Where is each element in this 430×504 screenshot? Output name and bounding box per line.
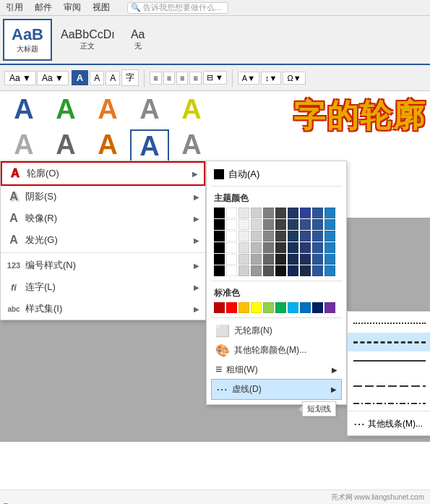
style-normal-preview[interactable]: AaBbCcDı 正文 <box>55 19 121 61</box>
standard-color-swatch[interactable] <box>300 302 311 313</box>
standard-color-swatch[interactable] <box>312 302 323 313</box>
theme-color-swatch[interactable] <box>312 265 323 276</box>
style-outline-a[interactable]: A <box>130 129 169 163</box>
theme-color-swatch[interactable] <box>251 265 262 276</box>
theme-color-swatch[interactable] <box>238 242 249 253</box>
menu-item-reflection[interactable]: A 映像(R) ▶ <box>1 208 205 229</box>
style-lightgray-a[interactable]: A <box>4 129 43 163</box>
theme-color-swatch[interactable] <box>300 208 311 218</box>
theme-color-swatch[interactable] <box>324 254 335 265</box>
theme-color-swatch[interactable] <box>288 265 298 276</box>
style-yellow-a[interactable]: A <box>172 94 211 125</box>
theme-color-swatch[interactable] <box>238 219 249 230</box>
menu-item-glow[interactable]: A 发光(G) ▶ <box>1 229 205 251</box>
style-blue-a[interactable]: A <box>4 94 43 125</box>
standard-color-swatch[interactable] <box>288 302 298 313</box>
theme-color-swatch[interactable] <box>214 242 225 253</box>
style-gray2-a[interactable]: A <box>172 129 211 163</box>
shading-btn[interactable]: A▼ <box>238 72 259 85</box>
theme-color-swatch[interactable] <box>288 242 298 253</box>
style-orange-a[interactable]: A <box>88 94 127 125</box>
text-a-button[interactable]: A <box>90 71 104 85</box>
menu-item-numberstyle[interactable]: 123 编号样式(N) ▶ <box>1 255 205 276</box>
theme-color-swatch[interactable] <box>275 265 286 276</box>
theme-color-swatch[interactable] <box>275 219 286 230</box>
theme-color-swatch[interactable] <box>300 219 311 230</box>
theme-color-swatch[interactable] <box>300 254 311 265</box>
style-none-preview[interactable]: Aa 无 <box>124 19 152 61</box>
standard-color-swatch[interactable] <box>226 302 237 313</box>
theme-color-swatch[interactable] <box>300 231 311 242</box>
menu-view[interactable]: 视图 <box>93 1 110 14</box>
style-darkgray-a[interactable]: A <box>46 129 85 163</box>
theme-color-swatch[interactable] <box>300 265 311 276</box>
standard-color-swatch[interactable] <box>275 302 286 313</box>
theme-color-swatch[interactable] <box>275 231 286 242</box>
bold-font-button[interactable]: A <box>72 70 88 85</box>
standard-color-swatch[interactable] <box>251 302 262 313</box>
theme-color-swatch[interactable] <box>312 219 323 230</box>
theme-color-swatch[interactable] <box>263 265 274 276</box>
menu-item-ligature[interactable]: fi 连字(L) ▶ <box>1 276 205 298</box>
style-gray-a[interactable]: A <box>130 94 169 125</box>
theme-color-swatch[interactable] <box>263 208 274 218</box>
theme-color-swatch[interactable] <box>226 242 237 253</box>
symbol-btn[interactable]: Ω▼ <box>283 72 305 85</box>
theme-color-swatch[interactable] <box>263 254 274 265</box>
menu-reference[interactable]: 引用 <box>6 1 23 14</box>
theme-color-swatch[interactable] <box>251 219 262 230</box>
theme-color-swatch[interactable] <box>238 254 249 265</box>
theme-color-swatch[interactable] <box>275 254 286 265</box>
theme-color-swatch[interactable] <box>312 242 323 253</box>
menu-item-styleset[interactable]: abc 样式集(I) ▶ <box>1 298 205 320</box>
menu-item-outline[interactable]: A 轮廓(O) ▶ <box>1 161 205 186</box>
theme-color-swatch[interactable] <box>226 219 237 230</box>
dash-longdash-item[interactable] <box>348 370 430 389</box>
no-outline-item[interactable]: ⬜ 无轮廓(N) <box>211 321 342 341</box>
font-aa-button[interactable]: Aa ▼ <box>4 71 36 85</box>
text-a2-button[interactable]: A <box>106 71 120 85</box>
search-box[interactable]: 🔍 告诉我您想要做什么... <box>127 2 228 14</box>
font-aa2-button[interactable]: Aa ▼ <box>37 71 69 85</box>
style-brown-a[interactable]: A <box>88 129 127 163</box>
theme-color-swatch[interactable] <box>263 219 274 230</box>
theme-color-swatch[interactable] <box>214 231 225 242</box>
theme-color-swatch[interactable] <box>263 242 274 253</box>
menu-item-shadow[interactable]: A 阴影(S) ▶ <box>1 186 205 208</box>
more-lines-item[interactable]: ⋯ 其他线条(M)... <box>348 414 430 433</box>
theme-color-swatch[interactable] <box>324 208 335 218</box>
theme-color-swatch[interactable] <box>251 254 262 265</box>
theme-color-swatch[interactable] <box>324 231 335 242</box>
menu-review[interactable]: 审阅 <box>64 1 81 14</box>
dash-solid-item[interactable] <box>348 351 430 370</box>
theme-color-swatch[interactable] <box>312 254 323 265</box>
theme-color-swatch[interactable] <box>238 208 249 218</box>
theme-color-swatch[interactable] <box>214 219 225 230</box>
theme-color-swatch[interactable] <box>214 254 225 265</box>
standard-color-swatch[interactable] <box>324 302 335 313</box>
standard-color-swatch[interactable] <box>263 302 274 313</box>
dash-item[interactable]: ⋯ 虚线(D) ▶ <box>211 379 342 400</box>
theme-color-swatch[interactable] <box>263 231 274 242</box>
theme-color-swatch[interactable] <box>214 208 225 218</box>
theme-color-swatch[interactable] <box>251 242 262 253</box>
color-auto-item[interactable]: 自动(A) <box>211 166 342 183</box>
align-btn2[interactable]: ≡ <box>163 72 175 85</box>
standard-color-swatch[interactable] <box>238 302 249 313</box>
dash-dashed-item[interactable] <box>348 333 430 351</box>
theme-color-swatch[interactable] <box>275 208 286 218</box>
theme-color-swatch[interactable] <box>238 231 249 242</box>
theme-color-swatch[interactable] <box>312 208 323 218</box>
weight-item[interactable]: ≡ 粗细(W) ▶ <box>211 360 342 379</box>
theme-color-swatch[interactable] <box>324 265 335 276</box>
standard-color-swatch[interactable] <box>214 302 225 313</box>
theme-color-swatch[interactable] <box>288 254 298 265</box>
theme-color-swatch[interactable] <box>324 219 335 230</box>
theme-color-swatch[interactable] <box>275 242 286 253</box>
align-btn4[interactable]: ≡ <box>189 72 201 85</box>
dash-dotdash-item[interactable] <box>348 389 430 408</box>
theme-color-swatch[interactable] <box>226 231 237 242</box>
theme-color-swatch[interactable] <box>288 231 298 242</box>
theme-color-swatch[interactable] <box>226 265 237 276</box>
theme-color-swatch[interactable] <box>238 265 249 276</box>
